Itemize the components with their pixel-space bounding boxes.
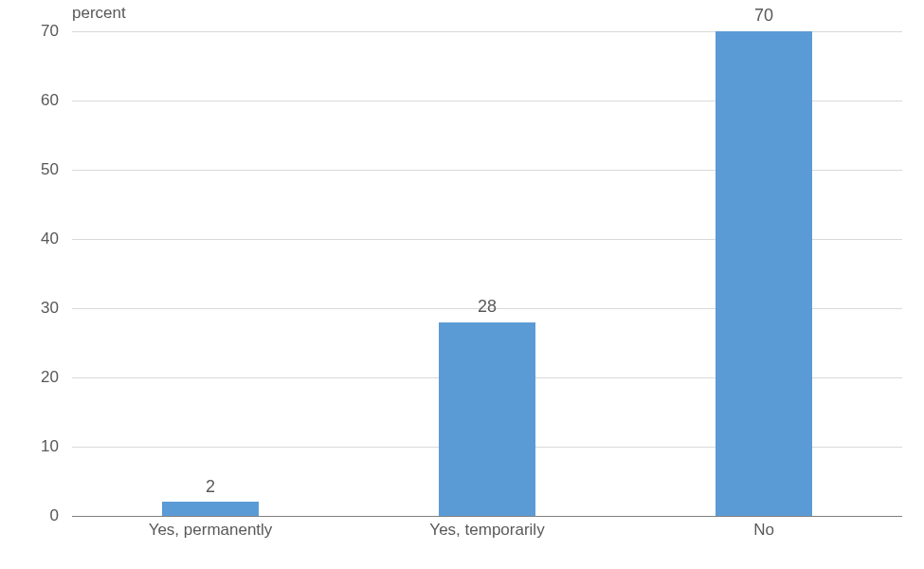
y-tick-label: 10: [0, 437, 59, 456]
bar-value-label: 70: [716, 6, 812, 26]
bar: [439, 322, 535, 516]
bar-group: 2: [162, 502, 259, 516]
y-axis-label: percent: [72, 4, 126, 23]
bar-chart: percent 0 10 20 30 40 50 60 70 2 28 70 Y…: [0, 0, 924, 569]
x-tick-label: Yes, temporarily: [429, 521, 544, 540]
y-tick-label: 40: [0, 229, 59, 248]
bar-group: 28: [439, 322, 535, 516]
y-tick-label: 60: [0, 91, 59, 110]
bar-value-label: 2: [162, 477, 259, 497]
y-tick-label: 20: [0, 368, 59, 387]
y-tick-label: 0: [0, 506, 59, 525]
x-tick-label: No: [753, 521, 774, 540]
bar-group: 70: [716, 31, 812, 516]
plot-area: 2 28 70: [72, 31, 902, 517]
y-tick-label: 50: [0, 160, 59, 179]
y-tick-label: 30: [0, 299, 59, 318]
bar-value-label: 28: [439, 297, 535, 317]
y-tick-label: 70: [0, 22, 59, 41]
bar: [716, 31, 812, 516]
bar: [162, 502, 259, 516]
x-tick-label: Yes, permanently: [149, 521, 273, 540]
x-axis-line: [72, 516, 902, 517]
